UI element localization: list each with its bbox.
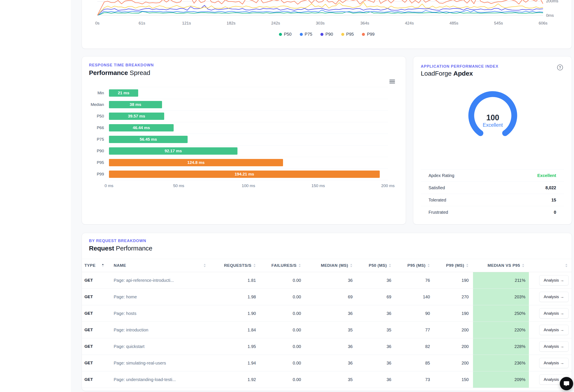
spread-row-label: P95 [89,160,109,165]
spread-row-p95: P95124.8 ms [89,157,388,168]
spread-bar-value: 56.45 ms [140,137,157,142]
column-header-median-ms[interactable]: MEDIAN (MS) [305,259,357,272]
spread-bar[interactable]: 56.45 ms [109,136,188,143]
column-header-type[interactable]: TYPE [82,259,110,272]
svg-text:?: ? [559,66,561,69]
spread-row-p50: P5039.57 ms [89,110,388,122]
column-header-name[interactable]: NAME [110,259,217,272]
apdex-stat-row: Tolerated15 [421,194,564,206]
legend-item-p50[interactable]: P50 [279,32,292,37]
cell-median-ms: 35 [305,371,357,388]
analysis-button[interactable]: Analysis → [539,275,569,285]
cell-median-vs-p95: 209% [473,371,529,388]
cell-name[interactable]: Page: home [110,289,217,305]
cell-median-vs-p95: 211% [473,272,529,289]
column-header-p99-ms[interactable]: P99 (MS) [434,259,473,272]
sort-icon [522,264,525,267]
spread-bar[interactable]: 39.57 ms [109,113,164,120]
analysis-button[interactable]: Analysis → [539,358,569,368]
analysis-button[interactable]: Analysis → [539,308,569,318]
legend-item-p90[interactable]: P90 [320,32,333,37]
cell-requests-s: 1.95 [217,338,260,355]
cell-name[interactable]: Page: simulating-real-users [110,355,217,371]
cell-median-vs-p95: 203% [473,289,529,305]
cell-requests-s: 1.81 [217,272,260,289]
cell-p50-ms: 36 [357,305,396,322]
x-tick-label: 303s [316,20,325,26]
cell-failures-s: 0.00 [260,305,305,322]
table-row: GETPage: understanding-load-testi...1.92… [82,371,572,388]
cell-failures-s: 0.00 [260,355,305,371]
cell-name[interactable]: Page: introduction [110,322,217,338]
analysis-button[interactable]: Analysis → [539,325,569,335]
cell-requests-s: 1.98 [217,289,260,305]
cell-type: GET [82,355,110,371]
apdex-stat-row: Apdex RatingExcellent [421,169,564,181]
cell-median-vs-p95: 236% [473,355,529,371]
title-normal: LoadForge [421,70,451,77]
sort-icon [102,264,104,267]
analysis-button[interactable]: Analysis → [539,292,569,302]
column-header-actions[interactable] [529,259,572,272]
legend-item-p99[interactable]: P99 [362,32,375,37]
table-row: GETPage: hosts1.900.00363690190250%Analy… [82,305,572,322]
spread-bar-track: 38 ms [109,99,388,111]
cell-name[interactable]: Page: quickstart [110,338,217,355]
cell-requests-s: 1.90 [217,305,260,322]
request-performance-card: BY REQUEST BREAKDOWN Request Performance… [82,233,572,391]
spread-bar[interactable]: 194.21 ms [109,171,380,178]
spread-x-tick: 100 ms [242,183,255,188]
cell-p95-ms: 73 [396,371,434,388]
title-strong: Request [89,245,114,252]
cell-median-ms: 35 [305,322,357,338]
cell-p95-ms: 82 [396,338,434,355]
spread-row-p99: P99194.21 ms [89,168,388,180]
cell-p95-ms: 85 [396,355,434,371]
column-label: TYPE [84,263,96,268]
legend-item-p75[interactable]: P75 [300,32,312,37]
column-header-median-vs-p95[interactable]: MEDIAN VS P95 [473,259,529,272]
stat-value: 8,022 [545,185,556,190]
spread-bar[interactable]: 21 ms [109,89,138,97]
spread-row-label: Min [89,91,109,95]
legend-label: P99 [367,32,375,37]
spread-bar[interactable]: 92.17 ms [109,147,237,155]
timeline-plot [97,0,543,16]
spread-bar-value: 124.8 ms [187,160,205,165]
legend-item-p95[interactable]: P95 [341,32,354,37]
column-label: P95 (MS) [408,263,426,268]
analysis-button[interactable]: Analysis → [539,341,569,352]
hamburger-menu-icon[interactable] [390,79,395,84]
help-icon[interactable]: ? [557,64,563,71]
spread-row-p90: P9092.17 ms [89,145,388,157]
spread-row-p75: P7556.45 ms [89,134,388,145]
column-header-p50-ms[interactable]: P50 (MS) [357,259,396,272]
cell-name[interactable]: Page: api-reference-introducti... [110,272,217,289]
x-axis-ticks: 0s61s121s182s242s303s364s424s485s545s606… [97,20,543,26]
cell-name[interactable]: Page: hosts [110,305,217,322]
column-label: P99 (MS) [446,263,464,268]
cell-p50-ms: 36 [357,355,396,371]
cell-requests-s: 1.94 [217,355,260,371]
spread-bar-value: 38 ms [130,102,141,107]
spread-bar[interactable]: 38 ms [109,101,162,108]
spread-x-axis: 0 ms50 ms100 ms150 ms200 ms [109,183,388,188]
cell-type: GET [82,272,110,289]
column-header-requests-s[interactable]: REQUESTS/S [217,259,260,272]
x-tick-label: 121s [182,20,191,26]
cell-p99-ms: 190 [434,305,473,322]
spread-bar[interactable]: 124.8 ms [109,159,283,166]
spread-bar[interactable]: 46.44 ms [109,124,174,132]
chat-widget-button[interactable] [560,377,573,390]
apdex-score: 100 [464,114,522,122]
x-tick-label: 606s [538,20,547,26]
cell-failures-s: 0.00 [260,322,305,338]
column-header-failures-s[interactable]: FAILURES/S [260,259,305,272]
cell-median-ms: 36 [305,272,357,289]
x-tick-label: 0s [95,20,100,26]
cell-p50-ms: 36 [357,272,396,289]
x-tick-label: 61s [139,20,145,26]
column-header-p95-ms[interactable]: P95 (MS) [396,259,434,272]
spread-x-tick: 0 ms [104,183,113,188]
cell-name[interactable]: Page: understanding-load-testi... [110,371,217,388]
